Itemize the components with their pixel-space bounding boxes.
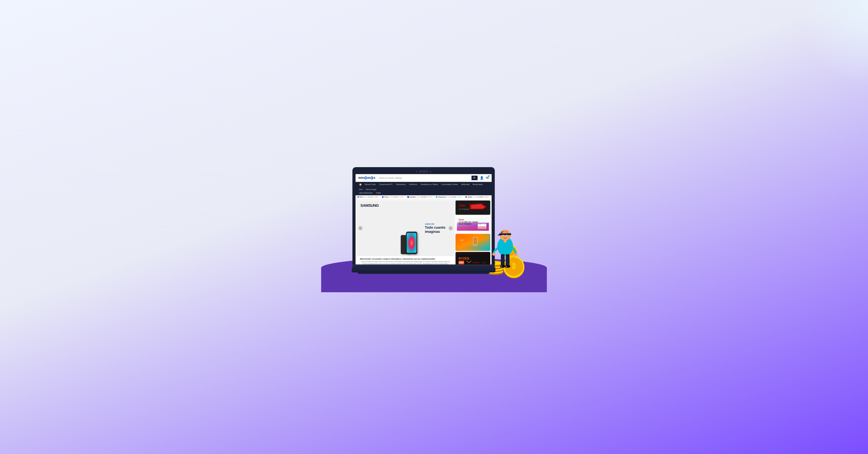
svg-text:AQUÍ PRIMERO: AQUÍ PRIMERO (459, 223, 471, 225)
hero-text: A30S DS Todo cuanto imaginas (425, 223, 446, 234)
phone-screen (407, 233, 416, 253)
header-icons: 👤 🛍 0 (480, 176, 489, 180)
hero-brand: SAMSUNG (361, 203, 379, 208)
crypto-ticker: EOS (EOS) €2.315 -0.05% Tezos (XTZ) €2.4… (355, 195, 492, 199)
svg-rect-3 (498, 234, 501, 235)
hero-tagline: Todo cuanto imaginas (425, 225, 446, 234)
nav-libros[interactable]: Libros Blockchain (358, 192, 374, 194)
svg-text:Canon: Canon (459, 219, 464, 221)
ticker-cardano: Cardano (ADA) €0.0503 -0.67% (407, 196, 432, 198)
svg-text:RX: RX (483, 261, 485, 263)
search-input[interactable] (378, 176, 471, 180)
laptop-screen: minms 🔍 👤 🛍 0 (355, 174, 492, 264)
svg-rect-47 (457, 227, 489, 231)
ticker-chainlink: ChainLink (LINK) €3.496 +1.15% (436, 196, 462, 198)
svg-point-15 (500, 266, 502, 267)
svg-rect-12 (506, 254, 509, 266)
camera-bar (355, 170, 492, 174)
banner-mi9[interactable]: · Mi 9 (456, 234, 490, 251)
svg-rect-51 (473, 237, 477, 245)
search-button[interactable]: 🔍 (471, 176, 477, 180)
laptop-keyboard (352, 267, 495, 273)
svg-point-16 (505, 266, 507, 267)
svg-point-9 (492, 253, 496, 256)
hero-model: A30S DS (425, 223, 446, 225)
camera-dot-right (430, 171, 431, 172)
nav-ordenadores[interactable]: Ordenadores (395, 182, 407, 187)
laptop: minms 🔍 👤 🛍 0 (352, 167, 495, 274)
logo-o2 (370, 176, 373, 179)
banner-canon[interactable]: Canon LO ÚLTIMO DE CANON, AQUÍ PRIMERO (456, 216, 490, 233)
ticker-eos: EOS (EOS) €2.315 -0.05% (357, 196, 378, 198)
ticker-stellar: Stellar (XLM) €0.0598 -0.84% (465, 196, 489, 198)
nav-apple[interactable]: Mundo Apple (471, 182, 484, 187)
camera-dot-left (416, 171, 417, 172)
scene: ₿ ₿ ₿ (339, 162, 529, 292)
ticker-inner: EOS (EOS) €2.315 -0.05% Tezos (XTZ) €2.4… (355, 196, 492, 198)
phone-front (406, 232, 417, 254)
camera-notch (419, 170, 428, 173)
svg-text:GF 75 Reader: GF 75 Reader (459, 208, 469, 210)
banner-msi[interactable]: msi GF 75 Reader (456, 200, 490, 215)
laptop-foot (358, 273, 490, 274)
svg-point-10 (515, 253, 518, 256)
nav-electrohogar[interactable]: Electro-Hogar (364, 187, 378, 192)
nav-smartphones[interactable]: Smartphones y Tablets (419, 182, 439, 187)
svg-text:· Mi 9: · Mi 9 (459, 239, 464, 241)
logo: minms (358, 176, 375, 180)
svg-text:RYZEN: RYZEN (459, 257, 469, 260)
side-banners: msi GF 75 Reader (456, 200, 490, 264)
user-icon[interactable]: 👤 (480, 176, 484, 180)
nav-row2: Libros Blockchain Outlet (355, 192, 492, 195)
svg-point-6 (503, 235, 504, 236)
ticker-tezos: Tezos (XTZ) €2.441 -1.47% (382, 196, 404, 198)
hero-banner: SAMSUNG A30S DS (357, 200, 454, 256)
svg-rect-11 (501, 254, 505, 266)
svg-point-52 (475, 245, 476, 245)
cart-icon[interactable]: 🛍 0 (486, 176, 489, 180)
welcome-text: Somos la primera tienda online de electr… (360, 261, 452, 264)
hero-slider: SAMSUNG A30S DS (357, 200, 454, 264)
logo-o (364, 176, 367, 179)
svg-text:msi: msi (459, 203, 466, 208)
character-illustration (488, 222, 523, 278)
hero-welcome: ¡Bienvenido! ¡Ya puedes comprar informát… (357, 256, 454, 264)
laptop-screen-outer: minms 🔍 👤 🛍 0 (352, 167, 495, 264)
svg-point-46 (479, 223, 481, 225)
nav-componentes[interactable]: Componentes PC (378, 182, 394, 187)
nav-outlet[interactable]: Outlet (375, 192, 382, 194)
svg-point-7 (507, 235, 507, 236)
hero-phones (401, 204, 410, 254)
search-bar[interactable]: 🔍 (377, 175, 478, 180)
cart-badge: 0 (488, 175, 490, 177)
svg-rect-8 (504, 240, 506, 243)
svg-text:AMD: AMD (459, 261, 463, 263)
nav-conectividad[interactable]: Conectividad y Redes (440, 182, 459, 187)
svg-text:Radeon: Radeon (473, 261, 480, 263)
site-nav: 🏠 Minería Cripto Componentes PC Ordenado… (355, 182, 492, 192)
nav-home[interactable]: 🏠 (358, 182, 363, 187)
laptop-base (352, 264, 495, 267)
main-content: SAMSUNG A30S DS (355, 199, 492, 264)
banner-ryzen[interactable]: RYZEN AMD Radeon RX (456, 252, 490, 264)
nav-perifericos[interactable]: Periféricos (408, 182, 418, 187)
nav-mineria[interactable]: Minería Cripto (364, 182, 377, 187)
slider-arrow-right[interactable]: › (448, 226, 453, 230)
website: minms 🔍 👤 🛍 0 (355, 174, 492, 264)
nav-multimedia[interactable]: Multimedia (460, 182, 471, 187)
nav-ocio[interactable]: Ocio (358, 187, 364, 192)
site-header: minms 🔍 👤 🛍 0 (355, 174, 492, 182)
svg-text:LO ÚLTIMO DE CANON,: LO ÚLTIMO DE CANON, (459, 221, 478, 223)
welcome-title: ¡Bienvenido! ¡Ya puedes comprar informát… (360, 258, 452, 260)
slider-arrow-left[interactable]: ‹ (358, 226, 363, 230)
